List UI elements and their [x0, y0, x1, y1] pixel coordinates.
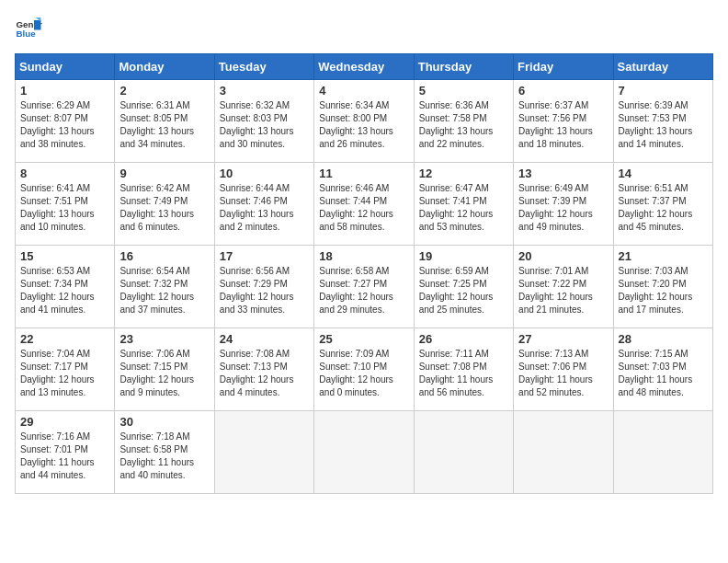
day-number: 27	[518, 332, 608, 346]
day-cell: 14Sunrise: 6:51 AMSunset: 7:37 PMDayligh…	[613, 163, 712, 246]
day-cell: 6Sunrise: 6:37 AMSunset: 7:56 PMDaylight…	[514, 80, 613, 163]
day-info: Sunrise: 6:49 AMSunset: 7:39 PMDaylight:…	[518, 182, 608, 234]
column-header-sunday: Sunday	[16, 54, 115, 80]
day-cell: 25Sunrise: 7:09 AMSunset: 7:10 PMDayligh…	[314, 328, 414, 411]
day-info: Sunrise: 6:58 AMSunset: 7:27 PMDaylight:…	[319, 265, 408, 316]
day-number: 2	[119, 84, 209, 98]
column-header-saturday: Saturday	[613, 54, 712, 80]
day-cell: 4Sunrise: 6:34 AMSunset: 8:00 PMDaylight…	[314, 80, 414, 163]
day-cell: 28Sunrise: 7:15 AMSunset: 7:03 PMDayligh…	[613, 328, 712, 411]
day-cell: 18Sunrise: 6:58 AMSunset: 7:27 PMDayligh…	[314, 246, 414, 328]
day-info: Sunrise: 7:08 AMSunset: 7:13 PMDaylight:…	[220, 348, 309, 399]
day-info: Sunrise: 6:54 AMSunset: 7:32 PMDaylight:…	[119, 265, 209, 316]
day-number: 28	[619, 332, 708, 346]
day-info: Sunrise: 7:11 AMSunset: 7:08 PMDaylight:…	[419, 348, 508, 399]
day-number: 1	[20, 84, 109, 98]
day-info: Sunrise: 6:37 AMSunset: 7:56 PMDaylight:…	[518, 99, 608, 151]
day-number: 10	[220, 167, 309, 180]
day-info: Sunrise: 7:15 AMSunset: 7:03 PMDaylight:…	[619, 348, 708, 399]
day-number: 4	[319, 84, 408, 98]
day-cell: 11Sunrise: 6:46 AMSunset: 7:44 PMDayligh…	[314, 163, 414, 246]
day-cell: 22Sunrise: 7:04 AMSunset: 7:17 PMDayligh…	[16, 328, 115, 411]
day-number: 13	[518, 167, 608, 180]
day-number: 26	[419, 332, 508, 346]
day-info: Sunrise: 7:16 AMSunset: 7:01 PMDaylight:…	[20, 431, 109, 482]
day-cell: 15Sunrise: 6:53 AMSunset: 7:34 PMDayligh…	[16, 246, 115, 328]
day-info: Sunrise: 6:46 AMSunset: 7:44 PMDaylight:…	[319, 182, 408, 234]
column-header-wednesday: Wednesday	[314, 54, 414, 80]
day-cell: 3Sunrise: 6:32 AMSunset: 8:03 PMDaylight…	[214, 80, 313, 163]
day-number: 12	[419, 167, 508, 180]
day-cell	[414, 411, 513, 494]
day-number: 22	[20, 332, 109, 346]
day-info: Sunrise: 7:18 AMSunset: 6:58 PMDaylight:…	[119, 431, 209, 482]
day-cell: 12Sunrise: 6:47 AMSunset: 7:41 PMDayligh…	[414, 163, 513, 246]
week-row-5: 29Sunrise: 7:16 AMSunset: 7:01 PMDayligh…	[16, 411, 713, 494]
day-cell: 17Sunrise: 6:56 AMSunset: 7:29 PMDayligh…	[214, 246, 313, 328]
day-info: Sunrise: 6:36 AMSunset: 7:58 PMDaylight:…	[419, 99, 508, 151]
svg-text:Blue: Blue	[17, 29, 37, 39]
header-row: SundayMondayTuesdayWednesdayThursdayFrid…	[16, 54, 713, 80]
column-header-thursday: Thursday	[414, 54, 513, 80]
day-number: 21	[619, 249, 708, 263]
day-info: Sunrise: 6:47 AMSunset: 7:41 PMDaylight:…	[419, 182, 508, 234]
day-info: Sunrise: 7:03 AMSunset: 7:20 PMDaylight:…	[619, 265, 708, 316]
day-number: 7	[619, 84, 708, 98]
day-cell: 10Sunrise: 6:44 AMSunset: 7:46 PMDayligh…	[214, 163, 313, 246]
week-row-4: 22Sunrise: 7:04 AMSunset: 7:17 PMDayligh…	[16, 328, 713, 411]
day-number: 15	[20, 249, 109, 263]
week-row-1: 1Sunrise: 6:29 AMSunset: 8:07 PMDaylight…	[16, 80, 713, 163]
day-info: Sunrise: 7:01 AMSunset: 7:22 PMDaylight:…	[518, 265, 608, 316]
day-number: 8	[20, 167, 109, 180]
day-number: 19	[419, 249, 508, 263]
day-cell: 19Sunrise: 6:59 AMSunset: 7:25 PMDayligh…	[414, 246, 513, 328]
day-number: 16	[119, 249, 209, 263]
page-header: General Blue	[15, 15, 713, 42]
day-number: 3	[220, 84, 309, 98]
day-cell: 21Sunrise: 7:03 AMSunset: 7:20 PMDayligh…	[613, 246, 712, 328]
day-info: Sunrise: 6:59 AMSunset: 7:25 PMDaylight:…	[419, 265, 508, 316]
day-info: Sunrise: 6:42 AMSunset: 7:49 PMDaylight:…	[119, 182, 209, 234]
day-cell	[514, 411, 613, 494]
day-number: 17	[220, 249, 309, 263]
day-cell: 20Sunrise: 7:01 AMSunset: 7:22 PMDayligh…	[514, 246, 613, 328]
day-number: 23	[119, 332, 209, 346]
day-info: Sunrise: 7:09 AMSunset: 7:10 PMDaylight:…	[319, 348, 408, 399]
day-number: 29	[20, 415, 109, 429]
logo: General Blue	[15, 15, 42, 42]
logo-icon: General Blue	[15, 15, 42, 42]
day-number: 6	[518, 84, 608, 98]
day-cell	[613, 411, 712, 494]
day-info: Sunrise: 6:29 AMSunset: 8:07 PMDaylight:…	[20, 99, 109, 151]
column-header-monday: Monday	[115, 54, 214, 80]
day-cell: 16Sunrise: 6:54 AMSunset: 7:32 PMDayligh…	[115, 246, 214, 328]
column-header-friday: Friday	[514, 54, 613, 80]
day-info: Sunrise: 7:06 AMSunset: 7:15 PMDaylight:…	[119, 348, 209, 399]
day-cell: 30Sunrise: 7:18 AMSunset: 6:58 PMDayligh…	[115, 411, 214, 494]
day-cell: 29Sunrise: 7:16 AMSunset: 7:01 PMDayligh…	[16, 411, 115, 494]
day-number: 24	[220, 332, 309, 346]
week-row-2: 8Sunrise: 6:41 AMSunset: 7:51 PMDaylight…	[16, 163, 713, 246]
week-row-3: 15Sunrise: 6:53 AMSunset: 7:34 PMDayligh…	[16, 246, 713, 328]
day-cell: 1Sunrise: 6:29 AMSunset: 8:07 PMDaylight…	[16, 80, 115, 163]
day-cell: 26Sunrise: 7:11 AMSunset: 7:08 PMDayligh…	[414, 328, 513, 411]
day-cell: 8Sunrise: 6:41 AMSunset: 7:51 PMDaylight…	[16, 163, 115, 246]
day-number: 11	[319, 167, 408, 180]
day-cell: 5Sunrise: 6:36 AMSunset: 7:58 PMDaylight…	[414, 80, 513, 163]
day-info: Sunrise: 7:04 AMSunset: 7:17 PMDaylight:…	[20, 348, 109, 399]
day-number: 25	[319, 332, 408, 346]
day-cell: 7Sunrise: 6:39 AMSunset: 7:53 PMDaylight…	[613, 80, 712, 163]
day-cell	[314, 411, 414, 494]
day-number: 30	[119, 415, 209, 429]
day-cell: 23Sunrise: 7:06 AMSunset: 7:15 PMDayligh…	[115, 328, 214, 411]
day-number: 20	[518, 249, 608, 263]
calendar-table: SundayMondayTuesdayWednesdayThursdayFrid…	[15, 53, 713, 494]
day-number: 18	[319, 249, 408, 263]
svg-marker-2	[34, 20, 41, 30]
day-info: Sunrise: 6:51 AMSunset: 7:37 PMDaylight:…	[619, 182, 708, 234]
column-header-tuesday: Tuesday	[214, 54, 313, 80]
day-info: Sunrise: 6:56 AMSunset: 7:29 PMDaylight:…	[220, 265, 309, 316]
day-info: Sunrise: 6:44 AMSunset: 7:46 PMDaylight:…	[220, 182, 309, 234]
day-info: Sunrise: 6:32 AMSunset: 8:03 PMDaylight:…	[220, 99, 309, 151]
day-cell: 13Sunrise: 6:49 AMSunset: 7:39 PMDayligh…	[514, 163, 613, 246]
